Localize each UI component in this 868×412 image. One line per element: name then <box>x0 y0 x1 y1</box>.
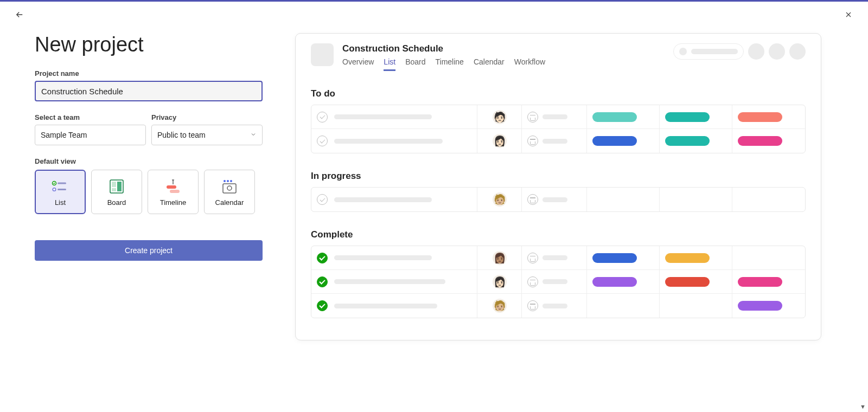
back-button[interactable] <box>11 6 28 23</box>
view-option-board[interactable]: Board <box>91 170 142 214</box>
view-label: Timeline <box>160 198 187 207</box>
svg-rect-7 <box>117 182 122 191</box>
date-icon[interactable] <box>527 253 538 263</box>
share-placeholder <box>673 43 744 60</box>
check-icon[interactable] <box>317 194 328 205</box>
tab-board[interactable]: Board <box>405 57 425 71</box>
tab-workflow[interactable]: Workflow <box>514 57 545 71</box>
check-icon[interactable] <box>317 112 328 123</box>
svg-point-13 <box>224 180 226 182</box>
tab-calendar[interactable]: Calendar <box>474 57 505 71</box>
svg-rect-12 <box>170 190 180 193</box>
privacy-select[interactable]: Public to team <box>151 125 263 145</box>
assignee-avatar[interactable]: 👩🏽 <box>493 251 507 265</box>
tag-pill <box>592 253 637 263</box>
svg-point-3 <box>53 188 55 190</box>
tag-pill <box>592 277 637 287</box>
assignee-avatar[interactable]: 👩🏻 <box>493 134 507 148</box>
view-label: List <box>55 198 66 207</box>
task-row[interactable]: 👩🏽 <box>311 246 805 270</box>
check-icon[interactable] <box>317 300 328 311</box>
member-avatar-placeholder <box>789 43 806 60</box>
task-row[interactable]: 👩🏻 <box>311 129 805 153</box>
date-placeholder <box>542 255 567 260</box>
svg-point-15 <box>230 180 232 182</box>
view-label: Calendar <box>215 198 244 207</box>
check-icon[interactable] <box>317 276 328 287</box>
task-row[interactable]: 🧑🏼 <box>311 294 805 318</box>
member-avatar-placeholder <box>748 43 764 60</box>
date-placeholder <box>542 279 567 284</box>
task-name-placeholder <box>334 114 432 119</box>
timeline-icon <box>162 178 184 195</box>
create-project-button[interactable]: Create project <box>35 240 263 261</box>
privacy-value: Public to team <box>157 131 206 139</box>
assignee-avatar[interactable]: 🧑🏼 <box>493 299 507 313</box>
date-placeholder <box>542 197 567 202</box>
task-row[interactable]: 🧑🏻 <box>311 105 805 129</box>
scroll-down-icon: ▼ <box>860 403 866 410</box>
default-view-label: Default view <box>35 157 263 165</box>
date-icon[interactable] <box>527 136 538 146</box>
view-label: Board <box>107 198 126 207</box>
task-name-placeholder <box>334 304 437 308</box>
member-avatar-placeholder <box>769 43 785 60</box>
check-icon[interactable] <box>317 136 328 146</box>
team-value: Sample Team <box>41 131 87 139</box>
assignee-avatar[interactable]: 🧑🏻 <box>493 110 507 124</box>
preview-panel: Construction Schedule OverviewListBoardT… <box>295 33 821 340</box>
svg-rect-4 <box>58 189 66 190</box>
task-row[interactable]: 🧑🏼 <box>311 188 805 211</box>
date-placeholder <box>542 139 567 144</box>
project-icon-placeholder <box>311 43 334 66</box>
tag-pill <box>665 112 710 122</box>
date-icon[interactable] <box>527 276 538 287</box>
tag-pill <box>665 277 710 287</box>
svg-rect-11 <box>167 185 176 189</box>
date-icon[interactable] <box>527 300 538 311</box>
svg-point-14 <box>227 180 229 182</box>
privacy-label: Privacy <box>151 113 263 121</box>
date-placeholder <box>542 114 567 119</box>
tag-pill <box>738 301 782 311</box>
svg-rect-6 <box>112 182 116 187</box>
section-title: In progress <box>311 171 806 182</box>
date-icon[interactable] <box>527 112 538 123</box>
section-title: To do <box>311 88 806 99</box>
page-title: New project <box>35 33 263 56</box>
svg-rect-16 <box>223 184 236 193</box>
tab-overview[interactable]: Overview <box>342 57 374 71</box>
assignee-avatar[interactable]: 👩🏻 <box>493 275 507 289</box>
tag-pill <box>592 136 637 146</box>
tag-pill <box>665 136 710 146</box>
check-icon[interactable] <box>317 253 328 263</box>
svg-rect-8 <box>112 188 116 191</box>
tag-pill <box>592 112 637 122</box>
view-option-timeline[interactable]: Timeline <box>148 170 199 214</box>
team-select[interactable]: Sample Team <box>35 125 146 145</box>
date-icon[interactable] <box>527 194 538 205</box>
view-option-calendar[interactable]: Calendar <box>204 170 255 214</box>
tag-pill <box>738 112 782 122</box>
list-icon <box>49 178 71 195</box>
task-name-placeholder <box>334 197 432 202</box>
section-title: Complete <box>311 229 806 240</box>
calendar-icon <box>219 178 240 195</box>
board-icon <box>106 178 127 195</box>
close-button[interactable] <box>840 6 857 23</box>
tab-timeline[interactable]: Timeline <box>436 57 464 71</box>
task-name-placeholder <box>334 279 445 284</box>
date-placeholder <box>542 304 567 308</box>
tag-pill <box>738 136 782 146</box>
project-name-input[interactable] <box>35 81 263 101</box>
assignee-avatar[interactable]: 🧑🏼 <box>493 192 507 207</box>
tag-pill <box>665 253 710 263</box>
task-row[interactable]: 👩🏻 <box>311 270 805 294</box>
tag-pill <box>738 277 782 287</box>
view-option-list[interactable]: List <box>35 170 86 214</box>
chevron-down-icon <box>250 131 257 139</box>
team-label: Select a team <box>35 113 146 121</box>
task-name-placeholder <box>334 255 432 260</box>
tab-list[interactable]: List <box>384 57 395 71</box>
task-name-placeholder <box>334 139 443 144</box>
